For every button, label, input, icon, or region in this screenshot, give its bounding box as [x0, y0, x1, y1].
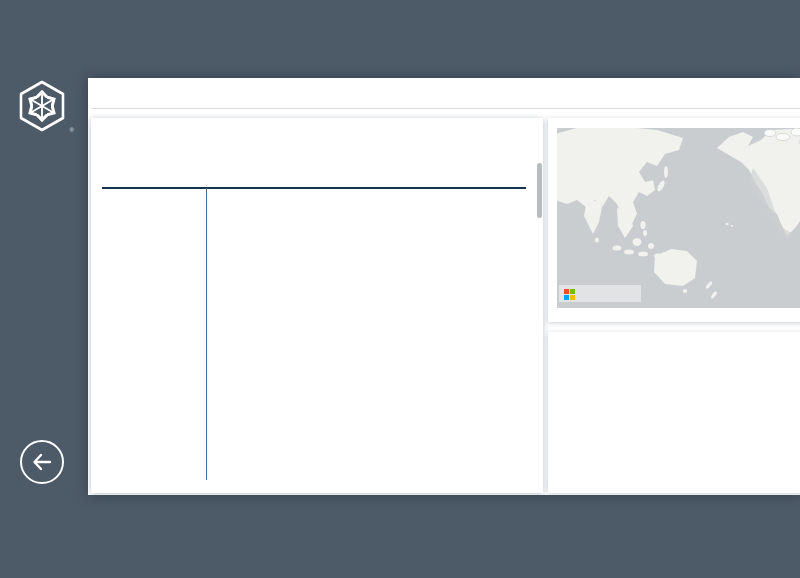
surtax-map-card: [548, 118, 800, 322]
surtax-trend-card: [548, 332, 800, 493]
registered-mark: ®: [70, 127, 74, 133]
back-button[interactable]: [20, 440, 64, 484]
back-arrow-icon: [29, 449, 55, 475]
report-canvas: [88, 78, 800, 495]
surtax-matrix-card: [91, 118, 543, 493]
surtax-bar-chart[interactable]: [553, 342, 800, 480]
app-logo-icon: ®: [16, 79, 72, 137]
map-title: [548, 118, 800, 128]
table-scrollbar[interactable]: [537, 163, 542, 218]
col-header-surtax[interactable]: [340, 162, 399, 164]
header-underline: [102, 187, 526, 189]
table-header-row: [102, 162, 526, 164]
header-divider: [91, 108, 800, 109]
bar-chart-title: [548, 332, 800, 342]
column-divider: [206, 188, 207, 480]
azure-attribution: [559, 285, 641, 302]
col-header-surtax-pct[interactable]: [399, 162, 522, 164]
col-header-origin-country[interactable]: [102, 162, 206, 164]
col-header-entry-count[interactable]: [206, 162, 252, 164]
col-header-value-for-duty[interactable]: [252, 162, 340, 164]
world-bubble-map[interactable]: [557, 128, 800, 308]
